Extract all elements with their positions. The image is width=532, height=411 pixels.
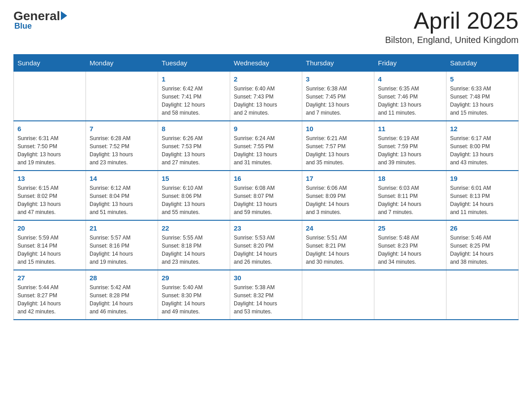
calendar-cell: 26Sunrise: 5:46 AM Sunset: 8:25 PM Dayli… [446, 220, 519, 270]
day-number: 25 [378, 224, 442, 232]
calendar-cell: 8Sunrise: 6:26 AM Sunset: 7:53 PM Daylig… [158, 121, 230, 171]
day-number: 17 [306, 175, 370, 182]
day-info: Sunrise: 6:08 AM Sunset: 8:07 PM Dayligh… [234, 184, 298, 216]
day-info: Sunrise: 6:28 AM Sunset: 7:52 PM Dayligh… [90, 134, 154, 167]
location: Bilston, England, United Kingdom [385, 35, 519, 45]
day-number: 18 [378, 175, 442, 182]
calendar-cell: 14Sunrise: 6:12 AM Sunset: 8:04 PM Dayli… [86, 171, 158, 220]
day-number: 23 [234, 224, 298, 232]
day-info: Sunrise: 5:42 AM Sunset: 8:28 PM Dayligh… [90, 283, 154, 316]
day-info: Sunrise: 6:01 AM Sunset: 8:13 PM Dayligh… [450, 184, 515, 216]
calendar-cell: 17Sunrise: 6:06 AM Sunset: 8:09 PM Dayli… [302, 171, 374, 220]
calendar-cell: 27Sunrise: 5:44 AM Sunset: 8:27 PM Dayli… [14, 270, 86, 320]
calendar-cell: 25Sunrise: 5:48 AM Sunset: 8:23 PM Dayli… [374, 220, 446, 270]
calendar-cell [14, 72, 86, 121]
logo: General Blue [13, 9, 67, 31]
day-number: 12 [450, 125, 515, 133]
day-number: 1 [162, 75, 226, 83]
month-title: April 2025 [385, 9, 519, 32]
calendar-cell: 29Sunrise: 5:40 AM Sunset: 8:30 PM Dayli… [158, 270, 230, 320]
day-number: 22 [162, 224, 226, 232]
logo-blue: Blue [14, 21, 32, 31]
day-number: 29 [162, 274, 226, 282]
calendar-cell: 6Sunrise: 6:31 AM Sunset: 7:50 PM Daylig… [14, 121, 86, 171]
day-number: 13 [17, 175, 82, 182]
col-header-monday: Monday [86, 55, 158, 72]
calendar-cell: 21Sunrise: 5:57 AM Sunset: 8:16 PM Dayli… [86, 220, 158, 270]
week-row-4: 20Sunrise: 5:59 AM Sunset: 8:14 PM Dayli… [14, 220, 519, 270]
calendar-cell [374, 270, 446, 320]
calendar-cell: 1Sunrise: 6:42 AM Sunset: 7:41 PM Daylig… [158, 72, 230, 121]
day-info: Sunrise: 6:10 AM Sunset: 8:06 PM Dayligh… [162, 184, 226, 216]
day-info: Sunrise: 6:06 AM Sunset: 8:09 PM Dayligh… [306, 184, 370, 216]
title-block: April 2025 Bilston, England, United King… [385, 9, 519, 45]
col-header-sunday: Sunday [14, 55, 86, 72]
calendar-cell: 15Sunrise: 6:10 AM Sunset: 8:06 PM Dayli… [158, 171, 230, 220]
day-number: 27 [17, 274, 82, 282]
calendar-cell: 18Sunrise: 6:03 AM Sunset: 8:11 PM Dayli… [374, 171, 446, 220]
col-header-wednesday: Wednesday [230, 55, 302, 72]
day-info: Sunrise: 6:33 AM Sunset: 7:48 PM Dayligh… [450, 85, 515, 117]
day-info: Sunrise: 5:44 AM Sunset: 8:27 PM Dayligh… [17, 283, 82, 316]
day-number: 11 [378, 125, 442, 133]
week-row-2: 6Sunrise: 6:31 AM Sunset: 7:50 PM Daylig… [14, 121, 519, 171]
calendar-cell: 24Sunrise: 5:51 AM Sunset: 8:21 PM Dayli… [302, 220, 374, 270]
calendar-cell: 4Sunrise: 6:35 AM Sunset: 7:46 PM Daylig… [374, 72, 446, 121]
day-info: Sunrise: 6:26 AM Sunset: 7:53 PM Dayligh… [162, 134, 226, 167]
calendar-cell: 28Sunrise: 5:42 AM Sunset: 8:28 PM Dayli… [86, 270, 158, 320]
calendar-cell [446, 270, 519, 320]
day-number: 4 [378, 75, 442, 83]
day-info: Sunrise: 6:31 AM Sunset: 7:50 PM Dayligh… [17, 134, 82, 167]
day-number: 10 [306, 125, 370, 133]
day-number: 16 [234, 175, 298, 182]
day-info: Sunrise: 5:51 AM Sunset: 8:21 PM Dayligh… [306, 234, 370, 266]
day-number: 5 [450, 75, 515, 83]
week-row-5: 27Sunrise: 5:44 AM Sunset: 8:27 PM Dayli… [14, 270, 519, 320]
day-number: 24 [306, 224, 370, 232]
day-info: Sunrise: 5:57 AM Sunset: 8:16 PM Dayligh… [90, 234, 154, 266]
calendar-cell: 3Sunrise: 6:38 AM Sunset: 7:45 PM Daylig… [302, 72, 374, 121]
day-info: Sunrise: 6:17 AM Sunset: 8:00 PM Dayligh… [450, 134, 515, 167]
calendar-cell: 22Sunrise: 5:55 AM Sunset: 8:18 PM Dayli… [158, 220, 230, 270]
calendar-cell: 20Sunrise: 5:59 AM Sunset: 8:14 PM Dayli… [14, 220, 86, 270]
day-number: 8 [162, 125, 226, 133]
day-info: Sunrise: 6:35 AM Sunset: 7:46 PM Dayligh… [378, 85, 442, 117]
day-info: Sunrise: 6:19 AM Sunset: 7:59 PM Dayligh… [378, 134, 442, 167]
day-info: Sunrise: 5:38 AM Sunset: 8:32 PM Dayligh… [234, 283, 298, 316]
day-number: 14 [90, 175, 154, 182]
calendar-cell: 23Sunrise: 5:53 AM Sunset: 8:20 PM Dayli… [230, 220, 302, 270]
day-info: Sunrise: 5:48 AM Sunset: 8:23 PM Dayligh… [378, 234, 442, 266]
calendar-cell: 5Sunrise: 6:33 AM Sunset: 7:48 PM Daylig… [446, 72, 519, 121]
day-info: Sunrise: 6:03 AM Sunset: 8:11 PM Dayligh… [378, 184, 442, 216]
day-number: 15 [162, 175, 226, 182]
calendar-cell: 11Sunrise: 6:19 AM Sunset: 7:59 PM Dayli… [374, 121, 446, 171]
calendar-cell [302, 270, 374, 320]
calendar-cell: 2Sunrise: 6:40 AM Sunset: 7:43 PM Daylig… [230, 72, 302, 121]
day-number: 26 [450, 224, 515, 232]
calendar-cell: 7Sunrise: 6:28 AM Sunset: 7:52 PM Daylig… [86, 121, 158, 171]
calendar-cell: 30Sunrise: 5:38 AM Sunset: 8:32 PM Dayli… [230, 270, 302, 320]
page-header: General Blue April 2025 Bilston, England… [13, 9, 519, 45]
day-info: Sunrise: 5:59 AM Sunset: 8:14 PM Dayligh… [17, 234, 82, 266]
col-header-tuesday: Tuesday [158, 55, 230, 72]
day-info: Sunrise: 5:46 AM Sunset: 8:25 PM Dayligh… [450, 234, 515, 266]
calendar-cell [86, 72, 158, 121]
logo-arrow-icon [61, 11, 67, 20]
col-header-friday: Friday [374, 55, 446, 72]
day-number: 28 [90, 274, 154, 282]
week-row-3: 13Sunrise: 6:15 AM Sunset: 8:02 PM Dayli… [14, 171, 519, 220]
day-info: Sunrise: 6:24 AM Sunset: 7:55 PM Dayligh… [234, 134, 298, 167]
calendar-cell: 13Sunrise: 6:15 AM Sunset: 8:02 PM Dayli… [14, 171, 86, 220]
day-info: Sunrise: 5:53 AM Sunset: 8:20 PM Dayligh… [234, 234, 298, 266]
day-number: 20 [17, 224, 82, 232]
day-number: 7 [90, 125, 154, 133]
week-row-1: 1Sunrise: 6:42 AM Sunset: 7:41 PM Daylig… [14, 72, 519, 121]
day-number: 21 [90, 224, 154, 232]
day-info: Sunrise: 6:38 AM Sunset: 7:45 PM Dayligh… [306, 85, 370, 117]
col-header-thursday: Thursday [302, 55, 374, 72]
day-info: Sunrise: 6:40 AM Sunset: 7:43 PM Dayligh… [234, 85, 298, 117]
calendar-cell: 16Sunrise: 6:08 AM Sunset: 8:07 PM Dayli… [230, 171, 302, 220]
day-number: 9 [234, 125, 298, 133]
calendar-cell: 19Sunrise: 6:01 AM Sunset: 8:13 PM Dayli… [446, 171, 519, 220]
day-info: Sunrise: 6:42 AM Sunset: 7:41 PM Dayligh… [162, 85, 226, 117]
